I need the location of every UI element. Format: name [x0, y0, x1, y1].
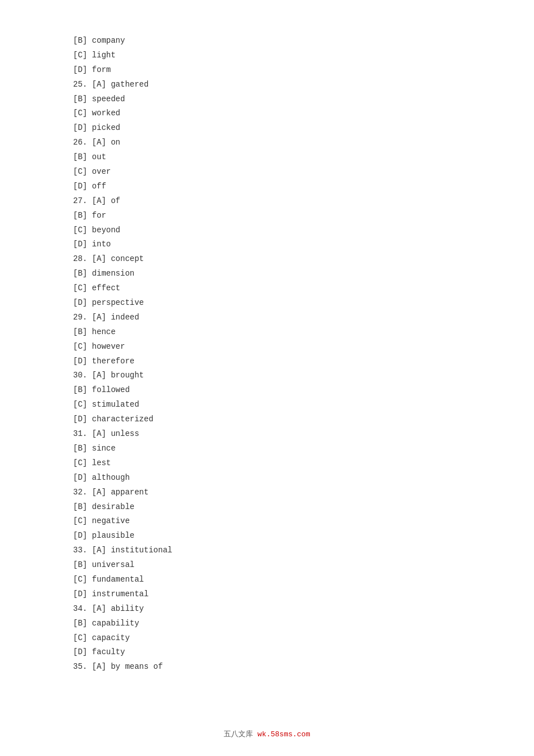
- list-item: [D] characterized: [73, 412, 461, 427]
- list-item: [C] lest: [73, 456, 461, 471]
- list-item: [B] followed: [73, 383, 461, 398]
- list-item: [D] picked: [73, 121, 461, 136]
- list-item: [B] desirable: [73, 500, 461, 515]
- list-item: [C] over: [73, 165, 461, 179]
- list-item: [B] capability: [73, 616, 461, 631]
- list-item: 29. [A] indeed: [73, 310, 461, 325]
- list-item: 32. [A] apparent: [73, 485, 461, 500]
- list-item: [C] however: [73, 340, 461, 354]
- list-item: 27. [A] of: [73, 194, 461, 209]
- list-item: [D] off: [73, 179, 461, 194]
- list-item: [B] company: [73, 34, 461, 48]
- list-item: 26. [A] on: [73, 136, 461, 150]
- list-item: [D] plausible: [73, 529, 461, 543]
- list-item: [C] fundamental: [73, 573, 461, 587]
- list-item: [C] negative: [73, 514, 461, 529]
- footer-url: wk.58sms.com: [257, 730, 310, 739]
- list-item: [B] speeded: [73, 92, 461, 107]
- footer-prefix: 五八文库: [224, 730, 257, 739]
- list-item: [D] faculty: [73, 645, 461, 660]
- list-item: 28. [A] concept: [73, 252, 461, 267]
- list-item: 33. [A] institutional: [73, 543, 461, 558]
- list-item: [C] effect: [73, 281, 461, 296]
- list-item: [B] hence: [73, 325, 461, 340]
- list-item: [D] perspective: [73, 296, 461, 310]
- list-item: [C] light: [73, 48, 461, 63]
- list-item: [C] beyond: [73, 223, 461, 238]
- list-item: [B] since: [73, 442, 461, 456]
- list-item: [D] form: [73, 63, 461, 78]
- list-item: 30. [A] brought: [73, 368, 461, 383]
- footer: 五八文库 wk.58sms.com: [0, 729, 534, 739]
- list-item: 31. [A] unless: [73, 427, 461, 442]
- list-item: [B] dimension: [73, 267, 461, 281]
- list-item: [B] universal: [73, 558, 461, 573]
- list-item: [C] capacity: [73, 631, 461, 646]
- list-item: [D] although: [73, 471, 461, 485]
- main-content: [B] company[C] light[D] form25. [A] gath…: [0, 0, 534, 708]
- list-item: [D] instrumental: [73, 587, 461, 602]
- list-item: 34. [A] ability: [73, 602, 461, 616]
- list-item: [D] therefore: [73, 354, 461, 369]
- list-item: [B] for: [73, 209, 461, 223]
- list-item: 25. [A] gathered: [73, 78, 461, 92]
- list-item: [C] stimulated: [73, 398, 461, 412]
- list-item: [D] into: [73, 237, 461, 252]
- list-item: 35. [A] by means of: [73, 660, 461, 674]
- list-item: [C] worked: [73, 106, 461, 121]
- list-item: [B] out: [73, 150, 461, 165]
